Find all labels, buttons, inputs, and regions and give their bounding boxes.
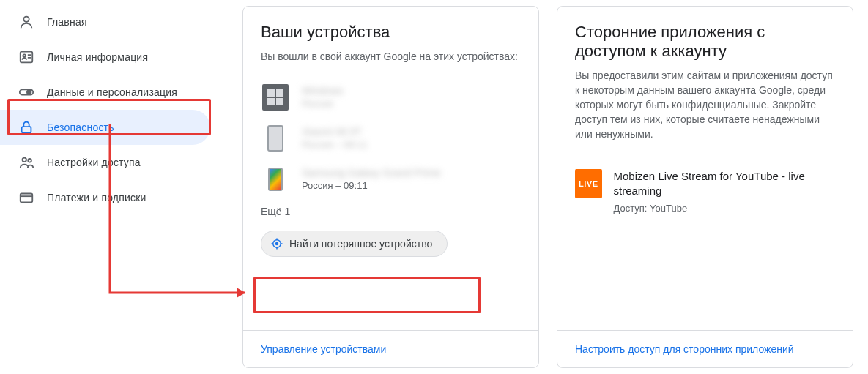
app-access: Доступ: YouTube — [614, 203, 835, 214]
lock-icon — [18, 119, 35, 136]
manage-apps-link[interactable]: Настроить доступ для сторонних приложени… — [575, 343, 794, 355]
svg-rect-5 — [22, 127, 31, 132]
devices-card: Ваши устройства Вы вошли в свой аккаунт … — [242, 6, 539, 368]
devices-card-title: Ваши устройства — [261, 23, 521, 42]
sidebar-item-personal[interactable]: Личная информация — [0, 40, 210, 75]
toggle-icon — [18, 83, 35, 101]
devices-more[interactable]: Ещё 1 — [261, 206, 521, 217]
sidebar-item-payments[interactable]: Платежи и подписки — [0, 180, 210, 215]
app-row[interactable]: LIVE Mobizen Live Stream for YouTube - l… — [575, 154, 835, 214]
svg-point-2 — [23, 54, 26, 57]
sidebar-item-label: Настройки доступа — [47, 157, 141, 168]
device-meta: Россия – 09:11 — [302, 139, 521, 151]
home-icon — [18, 13, 35, 31]
device-meta: Россия — [302, 98, 521, 110]
people-icon — [18, 154, 35, 171]
devices-card-footer: Управление устройствами — [243, 330, 538, 367]
manage-devices-link[interactable]: Управление устройствами — [261, 343, 386, 355]
sidebar-item-data[interactable]: Данные и персонализация — [0, 75, 210, 110]
device-row[interactable]: Samsung Galaxy Grand Prime Россия – 09:1… — [261, 159, 521, 200]
sidebar-item-security[interactable]: Безопасность — [0, 110, 210, 145]
card-icon — [18, 189, 35, 206]
target-icon — [270, 237, 283, 250]
phone-icon — [261, 124, 290, 153]
app-icon: LIVE — [575, 169, 602, 198]
svg-rect-8 — [21, 194, 33, 203]
device-meta: Россия – 09:11 — [302, 180, 521, 192]
svg-point-10 — [276, 243, 278, 245]
apps-card-footer: Настроить доступ для сторонних приложени… — [557, 330, 853, 367]
device-name: Xiaomi Mi 9T — [302, 126, 521, 139]
sidebar-item-label: Безопасность — [47, 121, 114, 133]
app-name: Mobizen Live Stream for YouTube - live s… — [614, 169, 835, 198]
main-content: Ваши устройства Вы вошли в свой аккаунт … — [216, 0, 868, 374]
svg-point-7 — [28, 159, 31, 162]
sidebar-item-label: Главная — [47, 16, 87, 28]
sidebar-item-home[interactable]: Главная — [0, 4, 210, 40]
sidebar-item-label: Данные и персонализация — [47, 86, 177, 98]
svg-point-6 — [23, 158, 27, 162]
devices-card-desc: Вы вошли в свой аккаунт Google на этих у… — [261, 49, 521, 64]
phone-icon — [261, 165, 290, 194]
svg-point-4 — [27, 90, 31, 94]
apps-card-desc: Вы предоставили этим сайтам и приложения… — [575, 68, 835, 141]
apps-card: Сторонние приложения с доступом к аккаун… — [557, 6, 853, 368]
device-name: Samsung Galaxy Grand Prime — [302, 167, 521, 180]
personal-info-icon — [18, 48, 35, 66]
find-device-label: Найти потерянное устройство — [289, 238, 432, 250]
sidebar-item-sharing[interactable]: Настройки доступа — [0, 145, 210, 180]
sidebar-item-label: Личная информация — [47, 51, 148, 63]
sidebar: Главная Личная информация Данные и персо… — [0, 0, 216, 374]
apps-card-title: Сторонние приложения с доступом к аккаун… — [575, 23, 835, 61]
windows-icon — [261, 83, 290, 112]
find-device-button[interactable]: Найти потерянное устройство — [261, 231, 448, 257]
device-row[interactable]: Windows Россия — [261, 77, 521, 118]
device-row[interactable]: Xiaomi Mi 9T Россия – 09:11 — [261, 118, 521, 159]
sidebar-item-label: Платежи и подписки — [47, 192, 146, 203]
svg-point-0 — [23, 17, 29, 22]
device-name: Windows — [302, 85, 521, 98]
